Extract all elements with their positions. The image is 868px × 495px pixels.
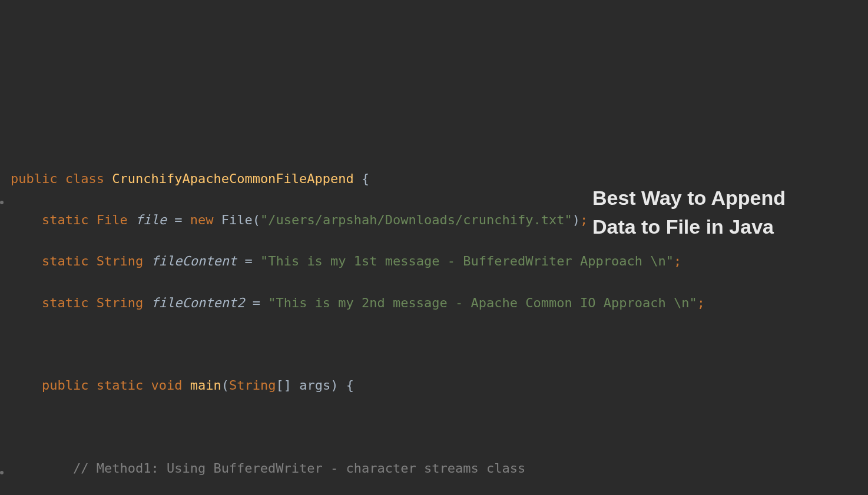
method-name: main — [190, 378, 221, 393]
overlay-caption: Best Way to Append Data to File in Java — [592, 184, 786, 242]
overlay-line-2: Data to File in Java — [592, 212, 786, 241]
string-literal: "This is my 1st message - BufferedWriter… — [260, 254, 674, 268]
keyword-static: static — [97, 378, 143, 393]
code-line[interactable]: // Method1: Using BufferedWriter - chara… — [0, 458, 868, 479]
comment: // Method1: Using BufferedWriter - chara… — [73, 461, 525, 476]
variable: fileContent — [151, 254, 237, 268]
variable: fileContent2 — [151, 295, 244, 310]
param-name: args — [299, 378, 330, 393]
keyword-class: class — [65, 171, 104, 186]
variable: file — [135, 212, 167, 227]
keyword-public: public — [11, 171, 57, 186]
brace: { — [354, 171, 370, 186]
string-literal: "This is my 2nd message - Apache Common … — [268, 295, 697, 310]
param-type: String — [229, 378, 276, 393]
keyword-public: public — [42, 378, 88, 393]
code-line[interactable]: static String fileContent2 = "This is my… — [0, 293, 868, 313]
overlay-line-1: Best Way to Append — [592, 184, 786, 212]
string-literal: "/users/arpshah/Downloads/crunchify.txt" — [260, 212, 572, 227]
code-line-empty[interactable] — [0, 417, 868, 437]
gutter-mark-icon — [0, 471, 4, 474]
constructor-call: File — [221, 212, 253, 227]
keyword-static: static — [42, 254, 88, 268]
code-line-empty[interactable] — [0, 334, 868, 354]
keyword-new: new — [190, 212, 214, 227]
type: String — [97, 295, 143, 310]
keyword-static: static — [42, 212, 88, 227]
code-line[interactable]: public static void main(String[] args) { — [0, 375, 868, 396]
type: String — [97, 254, 143, 268]
code-editor[interactable]: public class CrunchifyApacheCommonFileAp… — [0, 85, 868, 495]
class-name: CrunchifyApacheCommonFileAppend — [112, 171, 354, 186]
gutter-mark-icon — [0, 201, 4, 204]
keyword-static: static — [42, 295, 88, 310]
keyword-void: void — [151, 378, 182, 393]
type: File — [97, 212, 128, 227]
code-line[interactable]: static String fileContent = "This is my … — [0, 251, 868, 271]
